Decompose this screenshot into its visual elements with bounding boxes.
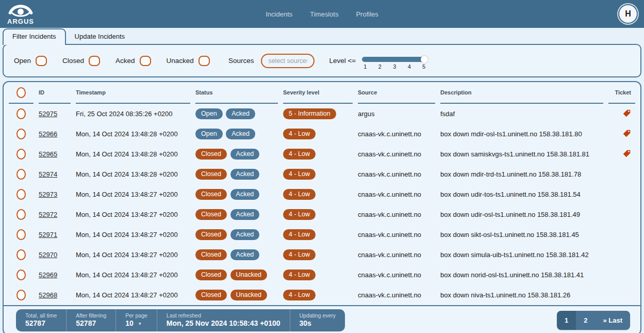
stat-label: Per page: [125, 312, 147, 319]
top-nav: Incidents Timeslots Profiles: [266, 10, 378, 18]
row-select-checkbox[interactable]: [16, 149, 26, 160]
severity-badge: 4 - Low: [283, 189, 316, 200]
row-select-checkbox[interactable]: [16, 269, 26, 280]
filter-checkbox-group[interactable]: Unacked: [167, 56, 210, 66]
filter-checkbox-group[interactable]: Open: [14, 56, 47, 66]
filter-checkbox-label: Closed: [62, 57, 84, 65]
incident-source: cnaas-vk.c.uninett.no: [358, 245, 435, 265]
row-select-checkbox[interactable]: [16, 209, 26, 220]
col-header-status: Status: [195, 82, 278, 104]
incidents-panel: ID Timestamp Status Severity level Sourc…: [3, 81, 641, 333]
severity-badge: 4 - Low: [283, 229, 316, 240]
status-badge-ack-state: Acked: [230, 149, 260, 160]
incident-description: box down niva-ts1.uninett.no 158.38.181.…: [440, 285, 603, 305]
filter-checkbox-label: Open: [14, 57, 31, 65]
col-header-description: Description: [440, 82, 603, 104]
level-slider-track[interactable]: [362, 57, 427, 62]
sources-label: Sources: [228, 57, 254, 65]
filter-checkbox[interactable]: [140, 56, 151, 66]
filter-checkbox-label: Unacked: [167, 57, 194, 65]
incident-source: cnaas-vk.c.uninett.no: [358, 144, 435, 164]
incident-id-link[interactable]: 52965: [39, 150, 57, 158]
select-all-checkbox[interactable]: [16, 87, 26, 98]
filter-checkbox[interactable]: [199, 56, 210, 66]
incident-source: cnaas-vk.c.uninett.no: [358, 164, 435, 184]
incident-id-link[interactable]: 52974: [39, 170, 57, 178]
row-select-checkbox[interactable]: [16, 229, 26, 240]
filter-checkbox-group[interactable]: Closed: [62, 56, 100, 66]
col-header-severity: Severity level: [283, 82, 353, 104]
incident-id-link[interactable]: 52972: [39, 211, 57, 218]
filter-checkbox[interactable]: [89, 56, 100, 66]
severity-badge: 4 - Low: [283, 209, 316, 220]
level-slider-knob[interactable]: [421, 56, 428, 63]
filter-checkbox[interactable]: [36, 56, 47, 66]
incident-source: cnaas-vk.c.uninett.no: [358, 124, 435, 144]
ticket-tag-icon[interactable]: [622, 129, 631, 139]
status-badge-open-state: Open: [195, 108, 223, 119]
incident-row: 52969 Mon, 14 Oct 2024 13:48:27 +0200 Cl…: [9, 265, 635, 285]
nav-link[interactable]: Incidents: [266, 10, 292, 18]
row-select-checkbox[interactable]: [16, 108, 26, 119]
user-avatar[interactable]: H: [619, 5, 637, 23]
status-badge-ack-state: Acked: [230, 249, 260, 260]
ticket-tag-icon[interactable]: [622, 109, 631, 119]
incident-timestamp: Mon, 14 Oct 2024 13:48:27 +0200: [76, 225, 190, 245]
incident-timestamp: Mon, 14 Oct 2024 13:48:27 +0200: [76, 285, 190, 305]
row-select-checkbox[interactable]: [16, 169, 26, 180]
col-header-source: Source: [358, 82, 435, 104]
level-slider[interactable]: 1 2 3 4 5: [362, 57, 427, 70]
col-header-id: ID: [39, 82, 71, 104]
status-badge-ack-state: Acked: [230, 169, 260, 180]
incident-id-link[interactable]: 52970: [39, 251, 57, 259]
level-tick-label: 3: [393, 64, 396, 70]
incident-id-link[interactable]: 52971: [39, 231, 57, 239]
severity-badge: 4 - Low: [283, 249, 316, 260]
stat-cell: Updating every 30s: [290, 309, 345, 331]
status-badge-ack-state: Acked: [226, 129, 255, 139]
stat-cell: Per page 10 ▾: [115, 309, 157, 331]
sources-input[interactable]: [261, 54, 315, 68]
row-select-checkbox[interactable]: [16, 290, 26, 300]
nav-link[interactable]: Profiles: [356, 10, 378, 18]
incident-id-link[interactable]: 52973: [39, 191, 57, 198]
incident-id-link[interactable]: 52975: [39, 110, 57, 118]
incidents-table: ID Timestamp Status Severity level Sourc…: [4, 82, 640, 305]
incident-id-link[interactable]: 52966: [39, 130, 57, 138]
level-tick-label: 4: [408, 64, 411, 70]
brand-logo[interactable]: ARGUS: [7, 3, 34, 25]
stat-value: 10: [125, 319, 134, 327]
incident-row: 52971 Mon, 14 Oct 2024 13:48:27 +0200 Cl…: [9, 225, 635, 245]
row-select-checkbox[interactable]: [16, 129, 26, 139]
severity-badge: 4 - Low: [283, 269, 316, 280]
status-badge-ack-state: Acked: [230, 229, 260, 240]
status-badge-open-state: Closed: [195, 269, 227, 280]
status-badge-ack-state: Unacked: [230, 290, 267, 300]
status-badge-ack-state: Acked: [226, 108, 255, 119]
status-badge-open-state: Closed: [195, 290, 227, 300]
per-page-caret-icon[interactable]: ▾: [139, 321, 141, 326]
incident-id-link[interactable]: 52968: [39, 291, 57, 299]
tab[interactable]: Update Incidents: [66, 29, 134, 44]
filter-checkbox-group[interactable]: Acked: [115, 56, 151, 66]
incident-id-link[interactable]: 52969: [39, 271, 57, 279]
page-button[interactable]: 2: [576, 311, 595, 330]
ticket-tag-icon[interactable]: [622, 149, 631, 160]
filter-checkbox-label: Acked: [115, 57, 135, 65]
severity-badge: 4 - Low: [283, 290, 316, 300]
tab[interactable]: Filter Incidents: [3, 28, 66, 45]
page-button[interactable]: 1: [557, 311, 576, 330]
incident-row: 52975 Fri, 25 Oct 2024 08:35:26 +0200 Op…: [9, 104, 635, 124]
severity-badge: 5 - Information: [283, 108, 336, 119]
status-badge-ack-state: Unacked: [230, 269, 267, 280]
row-select-checkbox[interactable]: [16, 189, 26, 200]
incident-row: 52965 Mon, 14 Oct 2024 13:48:28 +0200 Cl…: [9, 144, 635, 164]
page-button[interactable]: » Last: [595, 311, 630, 330]
level-tick-label: 1: [364, 64, 367, 70]
incident-timestamp: Mon, 14 Oct 2024 13:48:27 +0200: [76, 265, 190, 285]
severity-badge: 4 - Low: [283, 129, 316, 139]
incident-description: box down norid-osl-ts1.uninett.no 158.38…: [440, 265, 603, 285]
nav-link[interactable]: Timeslots: [310, 10, 338, 18]
status-badge-open-state: Closed: [195, 189, 227, 200]
row-select-checkbox[interactable]: [16, 249, 26, 260]
